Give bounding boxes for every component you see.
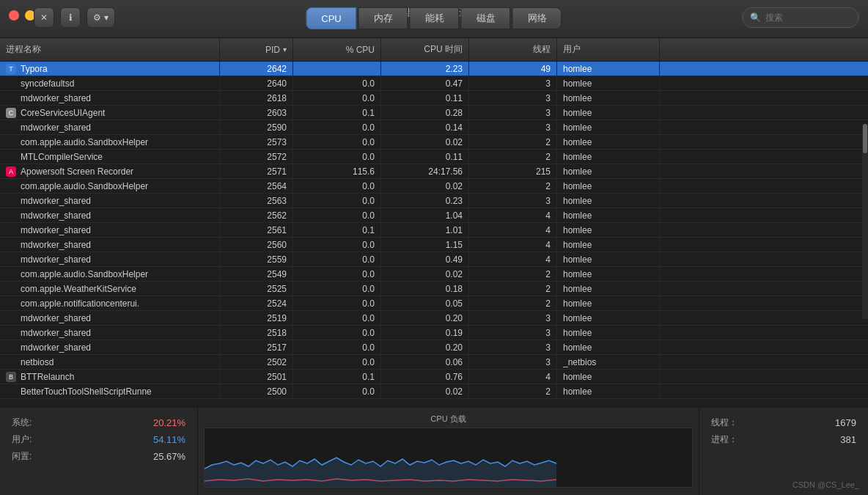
tab-cpu[interactable]: CPU [306,7,356,29]
tab-network[interactable]: 网络 [512,7,562,29]
cell-name: mdworker_shared [0,340,220,354]
sys-value: 20.21% [153,417,185,428]
cell-cpu: 0.0 [293,311,381,325]
tab-memory[interactable]: 内存 [358,7,408,29]
scrollbar-track[interactable] [862,124,868,319]
cell-cputime: 0.14 [381,120,469,134]
cell-cpu: 0.0 [293,296,381,310]
cell-pid: 2564 [220,179,293,193]
process-name: netbiosd [21,357,54,367]
table-row[interactable]: mdworker_shared 2590 0.0 0.14 3 homlee [0,120,868,135]
cell-user: _netbios [557,355,660,369]
cell-pid: 2571 [220,164,293,178]
stop-icon: ✕ [40,12,48,23]
search-box[interactable]: 🔍 [742,7,859,28]
stop-button[interactable]: ✕ [34,7,54,28]
cell-cpu: 0.0 [293,194,381,208]
process-name: mdworker_shared [21,342,91,353]
cell-cputime: 0.18 [381,282,469,296]
table-row[interactable]: com.apple.audio.SandboxHelper 2549 0.0 0… [0,267,868,282]
table-row[interactable]: mdworker_shared 2618 0.0 0.11 3 homlee [0,91,868,106]
table-row[interactable]: mdworker_shared 2563 0.0 0.23 3 homlee [0,194,868,208]
cell-threads: 2 [469,267,557,281]
cell-name: com.apple.notificationcenterui. [0,296,220,310]
table-row[interactable]: mdworker_shared 2518 0.0 0.19 3 homlee [0,326,868,340]
stats-left: 系统: 20.21% 用户: 54.11% 闲置: 25.67% [0,408,198,495]
bottom-panel: 系统: 20.21% 用户: 54.11% 闲置: 25.67% CPU 负载 [0,407,868,495]
tab-energy[interactable]: 能耗 [410,7,460,29]
cell-cputime: 1.04 [381,208,469,222]
cell-threads: 3 [469,311,557,325]
cell-user: homlee [557,311,660,325]
toolbar-left: ✕ ℹ ⚙ ▾ [34,7,115,28]
scrollbar-thumb[interactable] [863,124,867,153]
info-button[interactable]: ℹ [60,7,81,28]
process-name: com.apple.audio.SandboxHelper [21,137,148,147]
action-arrow-icon: ▾ [104,12,108,23]
table-row[interactable]: mdworker_shared 2560 0.0 1.15 4 homlee [0,238,868,252]
cell-threads: 2 [469,384,557,398]
table-row[interactable]: mdworker_shared 2519 0.0 0.20 3 homlee [0,311,868,326]
table-row[interactable]: mdworker_shared 2517 0.0 0.20 3 homlee [0,340,868,355]
processes-label: 进程： [711,433,738,446]
col-header-pid[interactable]: PID ▾ [220,38,293,61]
cell-cpu: 0.0 [293,355,381,369]
col-header-cputime[interactable]: CPU 时间 [381,38,469,61]
cell-pid: 2642 [220,62,293,76]
cell-cputime: 0.28 [381,106,469,120]
process-name: Typora [21,64,48,74]
cell-cputime: 0.47 [381,76,469,90]
cell-name: com.apple.WeatherKitService [0,282,220,296]
cell-cputime: 0.11 [381,150,469,164]
table-row[interactable]: mdworker_shared 2561 0.1 1.01 4 homlee [0,223,868,238]
col-header-threads[interactable]: 线程 [469,38,557,61]
table-row[interactable]: C CoreServicesUIAgent 2603 0.1 0.28 3 ho… [0,106,868,120]
table-row[interactable]: netbiosd 2502 0.0 0.06 3 _netbios [0,355,868,370]
process-name: com.apple.WeatherKitService [21,284,136,294]
process-name: syncdefaultsd [21,78,74,89]
cell-pid: 2559 [220,252,293,266]
cell-threads: 3 [469,91,557,105]
table-row[interactable]: syncdefaultsd 2640 0.0 0.47 3 homlee [0,76,868,91]
info-icon: ℹ [69,12,73,23]
cell-cputime: 0.19 [381,326,469,340]
cell-threads: 3 [469,326,557,340]
table-row[interactable]: A Apowersoft Screen Recorder 2571 115.6 … [0,164,868,179]
cell-name: com.apple.audio.SandboxHelper [0,135,220,149]
cell-name: A Apowersoft Screen Recorder [0,164,220,178]
close-button[interactable] [9,10,19,21]
cell-threads: 3 [469,120,557,134]
table-row[interactable]: com.apple.audio.SandboxHelper 2564 0.0 0… [0,179,868,194]
col-header-cpu[interactable]: % CPU [293,38,381,61]
cpu-chart [204,428,693,488]
table-row[interactable]: com.apple.WeatherKitService 2525 0.0 0.1… [0,282,868,296]
stat-idle-row: 闲置: 25.67% [12,450,185,463]
app-icon: T [6,64,16,74]
table-row[interactable]: com.apple.notificationcenterui. 2524 0.0… [0,296,868,311]
cell-cputime: 0.02 [381,384,469,398]
process-name: mdworker_shared [21,196,91,206]
cell-threads: 215 [469,164,557,178]
cell-pid: 2525 [220,282,293,296]
cell-cputime: 0.05 [381,296,469,310]
action-button[interactable]: ⚙ ▾ [87,7,115,28]
table-row[interactable]: MTLCompilerService 2572 0.0 0.11 2 homle… [0,150,868,164]
table-row[interactable]: com.apple.audio.SandboxHelper 2573 0.0 0… [0,135,868,150]
tab-disk[interactable]: 磁盘 [461,7,511,29]
search-input[interactable] [765,12,868,23]
process-list: T Typora 2642 2.23 49 homlee syncdefault… [0,62,868,399]
table-row[interactable]: mdworker_shared 2559 0.0 0.49 4 homlee [0,252,868,267]
cell-cputime: 0.06 [381,355,469,369]
cell-name: T Typora [0,62,220,76]
cell-threads: 2 [469,296,557,310]
table-row[interactable]: BetterTouchToolShellScriptRunne 2500 0.0… [0,384,868,399]
col-header-name[interactable]: 进程名称 [0,38,220,61]
table-row[interactable]: mdworker_shared 2562 0.0 1.04 4 homlee [0,208,868,223]
table-row[interactable]: T Typora 2642 2.23 49 homlee [0,62,868,76]
table-row[interactable]: B BTTRelaunch 2501 0.1 0.76 4 homlee [0,370,868,384]
cell-cpu: 0.0 [293,384,381,398]
cell-cputime: 0.02 [381,135,469,149]
col-header-user[interactable]: 用户 [557,38,660,61]
cell-cpu: 0.0 [293,208,381,222]
cell-cputime: 0.20 [381,311,469,325]
